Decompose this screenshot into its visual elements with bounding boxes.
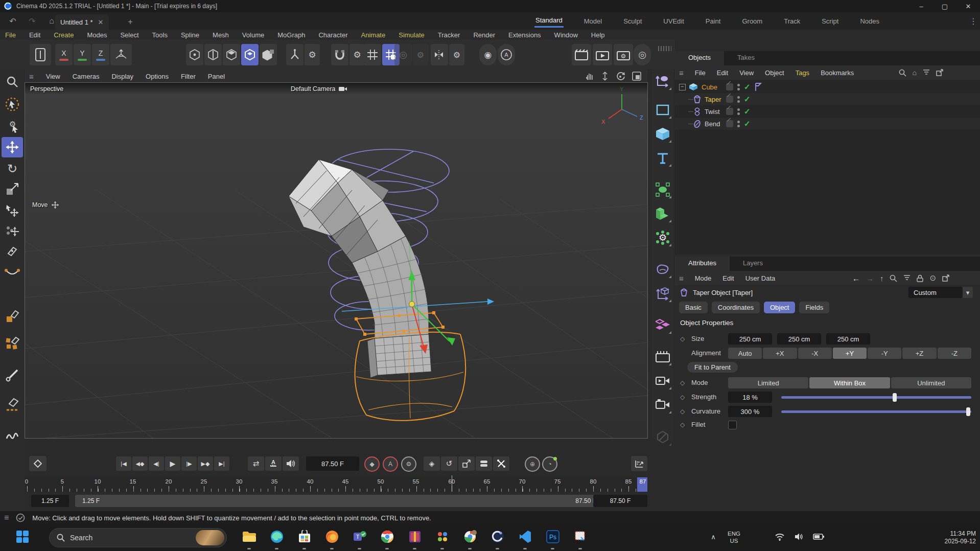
menu-create[interactable]: Create	[54, 31, 74, 39]
om-menu-tags[interactable]: Tags	[796, 69, 809, 77]
menu-window[interactable]: Window	[554, 31, 578, 39]
tab-attributes[interactable]: Attributes	[675, 257, 730, 271]
object-name-twist[interactable]: Twist	[705, 108, 720, 116]
redo-icon[interactable]: ↷	[25, 13, 40, 29]
curvature-slider[interactable]	[781, 410, 971, 413]
cube-enabled-check[interactable]: ✓	[744, 82, 751, 91]
strength-slider-handle[interactable]	[893, 393, 897, 402]
mode-limited[interactable]: Limited	[728, 377, 808, 388]
points-mode-icon[interactable]	[186, 44, 203, 65]
size-y-field[interactable]: 250 cm	[777, 333, 821, 345]
dolly-icon[interactable]	[601, 72, 609, 81]
viewport-menu-view[interactable]: View	[46, 73, 60, 80]
lock-y-button[interactable]: Y	[74, 44, 91, 65]
attribute-hamburger-icon[interactable]: ≡	[679, 274, 684, 283]
goto-end-button[interactable]: ▶|	[214, 456, 229, 471]
motion-clip-icon[interactable]	[653, 347, 672, 366]
lock-icon[interactable]	[917, 274, 923, 282]
snap-magnet-icon[interactable]	[331, 44, 348, 65]
section-tab-basic[interactable]: Basic	[679, 302, 708, 313]
align-minus-z[interactable]: -Z	[938, 348, 971, 359]
deformer-icon[interactable]	[653, 260, 672, 279]
menu-mograph[interactable]: MoGraph	[277, 31, 305, 39]
rotate-tool-icon[interactable]: ↻	[2, 158, 23, 179]
layout-tab-standard[interactable]: Standard	[534, 14, 564, 28]
sketch-spline-icon[interactable]	[2, 425, 23, 446]
align-auto[interactable]: Auto	[728, 348, 762, 359]
mograph-cloner-icon[interactable]: ⚙	[653, 228, 672, 247]
menu-help[interactable]: Help	[591, 31, 605, 39]
search-icon[interactable]	[899, 69, 906, 77]
forward-arrow-icon[interactable]: →	[866, 274, 874, 283]
play-button[interactable]: ▶	[165, 456, 180, 471]
search-icon[interactable]	[890, 274, 897, 282]
goto-start-button[interactable]: |◀	[116, 456, 131, 471]
live-selection-icon[interactable]	[2, 94, 23, 114]
tree-row-twist[interactable]: Twist	[675, 105, 980, 118]
size-z-field[interactable]: 250 cm	[826, 333, 870, 345]
sound-button[interactable]	[283, 456, 299, 471]
start-button[interactable]	[13, 527, 32, 546]
play-mode-button[interactable]: A	[265, 456, 282, 471]
taskbar-vscode-icon[interactable]	[516, 527, 534, 546]
layout-tab-groom[interactable]: Groom	[741, 15, 763, 27]
taskbar-teams-icon[interactable]: T	[351, 527, 369, 546]
popout-icon[interactable]	[942, 274, 949, 282]
tray-clock[interactable]: 11:34 PM 2025-09-12	[899, 530, 976, 545]
autokey-button[interactable]: A	[383, 456, 398, 472]
align-plus-y[interactable]: +Y	[833, 348, 867, 359]
viewport-canvas[interactable]: Y Z X Perspective Default Camera Move Gr…	[25, 83, 647, 438]
layout-tab-nodes[interactable]: Nodes	[859, 15, 880, 27]
tweak-tool-icon[interactable]: ⚙	[2, 116, 23, 136]
cube-tag-flag-icon[interactable]	[755, 83, 762, 91]
timeline-ruler[interactable]: 0 5 10 15 20 25 30 35 40 45 50 55 60 65 …	[25, 477, 647, 492]
tree-row-bend[interactable]: Bend	[675, 118, 980, 130]
viewport-menu-options[interactable]: Options	[146, 73, 169, 80]
open-timeline-button[interactable]	[631, 456, 647, 471]
prev-frame-button[interactable]: ◀|	[149, 456, 164, 471]
transform-tool-icon[interactable]	[2, 200, 23, 221]
twist-editor-dots[interactable]	[737, 108, 740, 115]
menu-file[interactable]: File	[5, 31, 16, 39]
interactive-render-region-icon[interactable]: ◎	[634, 44, 651, 65]
am-menu-mode[interactable]: Mode	[695, 274, 712, 282]
up-arrow-icon[interactable]: ↑	[880, 274, 884, 283]
layout-tab-script[interactable]: Script	[821, 15, 839, 27]
section-tab-object[interactable]: Object	[764, 302, 796, 313]
layout-tab-uvedit[interactable]: UVEdit	[662, 15, 685, 27]
bend-editor-dots[interactable]	[737, 121, 740, 127]
object-name-taper[interactable]: Taper	[705, 96, 721, 103]
prev-key-button[interactable]: ◀◆	[132, 456, 148, 471]
text-object-icon[interactable]	[653, 148, 672, 168]
tab-objects[interactable]: Objects	[675, 51, 724, 65]
viewport-solo-auto-icon[interactable]: A	[498, 44, 515, 65]
filter-icon[interactable]	[923, 70, 930, 76]
render-view-icon[interactable]	[572, 44, 591, 65]
record-rotation-icon[interactable]: ↺	[441, 456, 457, 471]
mode-within-box[interactable]: Within Box	[809, 377, 890, 388]
taskbar-cinema4d-icon[interactable]	[488, 527, 507, 546]
tab-close-icon[interactable]: ✕	[98, 18, 104, 26]
om-menu-file[interactable]: File	[695, 69, 706, 77]
taskbar-colors-app-icon[interactable]	[433, 527, 452, 546]
workplane-button[interactable]	[110, 44, 132, 65]
om-menu-bookmarks[interactable]: Bookmarks	[821, 69, 854, 77]
null-object-icon[interactable]	[653, 284, 672, 303]
polygon-pen-icon[interactable]	[2, 306, 23, 326]
search-tool-icon[interactable]	[2, 72, 23, 92]
menu-animate[interactable]: Animate	[361, 31, 386, 39]
taskbar-edge-icon[interactable]	[268, 527, 286, 546]
taper-visibility-toggle[interactable]	[726, 96, 733, 103]
toolbar-drag-handle[interactable]	[658, 46, 671, 51]
taskbar-firefox-icon[interactable]	[323, 527, 341, 546]
lock-z-button[interactable]: Z	[92, 44, 109, 65]
pan-hand-icon[interactable]	[585, 72, 594, 81]
keyframe-preset-button[interactable]: ⊕	[525, 456, 540, 472]
section-tab-fields[interactable]: Fields	[799, 302, 829, 313]
camera-selector[interactable]: Default Camera	[291, 85, 347, 93]
lock-x-button[interactable]: X	[55, 44, 73, 65]
close-button[interactable]: ✕	[956, 0, 980, 12]
cube-editor-dots[interactable]	[737, 84, 740, 90]
taskbar-store-icon[interactable]	[295, 527, 314, 546]
document-tab[interactable]: Untitled 1 * ✕	[55, 14, 109, 30]
